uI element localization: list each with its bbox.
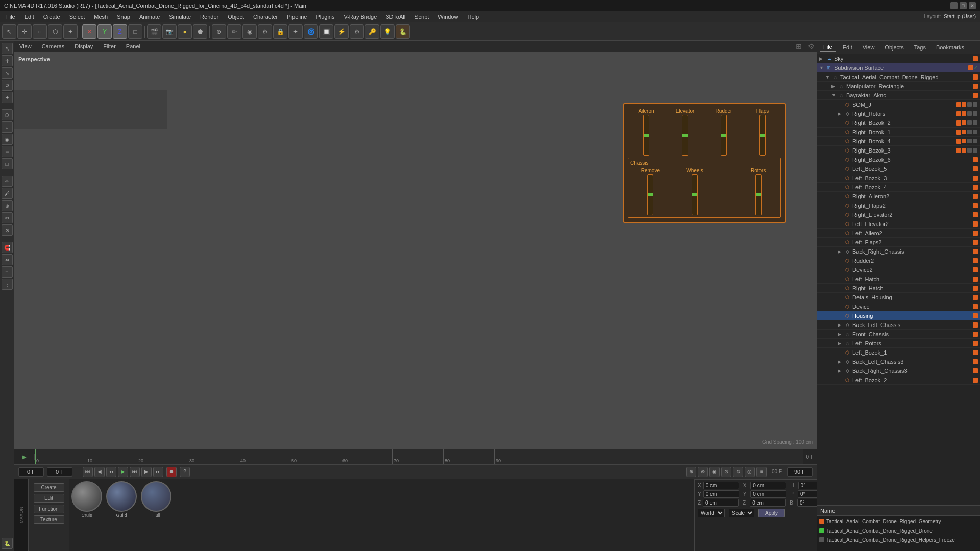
tool11[interactable]: 🔑: [365, 24, 379, 39]
obj-left-elevator2[interactable]: ▶ ⬡ Left_Elevator2: [817, 219, 980, 229]
extra-btn4[interactable]: ⊙: [721, 467, 731, 477]
tool7[interactable]: 🌀: [304, 24, 318, 39]
prev-frame-btn[interactable]: ◀: [94, 467, 105, 477]
obj-manip[interactable]: ▶ ◇ Manipulator_Rectangle: [817, 82, 980, 91]
extra-btn3[interactable]: ◉: [709, 467, 720, 477]
tool10[interactable]: ⚙: [350, 24, 364, 39]
lt-sculpt[interactable]: ⊕: [2, 200, 13, 211]
size-mode-select[interactable]: Scale Size: [729, 509, 754, 517]
pos-z-field[interactable]: [703, 499, 739, 507]
viewport[interactable]: 1 X Y Z: [14, 52, 817, 449]
mat-texture-btn[interactable]: Texture: [34, 515, 64, 524]
light-btn[interactable]: ●: [178, 24, 192, 39]
menu-3dtoall[interactable]: 3DToAll: [382, 13, 409, 21]
menu-select[interactable]: Select: [65, 13, 89, 21]
tool12[interactable]: 💡: [380, 24, 395, 39]
lt-scale[interactable]: ⤡: [2, 67, 13, 79]
mat-sphere-hull[interactable]: [141, 481, 172, 512]
mat-create-btn[interactable]: Create: [34, 483, 64, 492]
fps-display[interactable]: 90 F: [787, 467, 813, 477]
blc-arrow[interactable]: ▶: [838, 322, 843, 328]
obj-right-hatch[interactable]: ▶ ⬡ Right_Hatch: [817, 284, 980, 293]
obj-housing[interactable]: ▶ ⬡ Housing: [817, 311, 980, 320]
menu-animate[interactable]: Animate: [135, 13, 164, 21]
obj-right-bozok6[interactable]: ▶ ⬡ Right_Bozok_6: [817, 155, 980, 164]
vp-panel-btn[interactable]: Panel: [123, 42, 143, 51]
camera-btn[interactable]: 📷: [162, 24, 177, 39]
help-btn[interactable]: ?: [180, 467, 190, 477]
tool2[interactable]: ✏: [227, 24, 241, 39]
playhead[interactable]: [35, 449, 36, 464]
obj-somj[interactable]: ▶ ⬡ SOM_J: [817, 100, 980, 109]
menu-help[interactable]: Help: [463, 13, 483, 21]
tool8[interactable]: 🔲: [319, 24, 333, 39]
apply-btn[interactable]: Apply: [758, 509, 785, 517]
tab-edit[interactable]: Edit: [840, 43, 855, 52]
lt-tool5[interactable]: ✦: [2, 92, 13, 103]
tool4[interactable]: ⚙: [258, 24, 272, 39]
obj-left-bozok2[interactable]: ▶ ⬡ Left_Bozok_2: [817, 375, 980, 385]
lt-mirror[interactable]: ⇔: [2, 254, 13, 265]
extra-btn2[interactable]: ⊗: [698, 467, 708, 477]
circle-tool[interactable]: ○: [33, 24, 47, 39]
lr-arrow[interactable]: ▶: [838, 341, 843, 346]
obj-back-left-chassis[interactable]: ▶ ◇ Back_Left_Chassis: [817, 320, 980, 330]
obj-device[interactable]: ▶ ⬡ Device: [817, 302, 980, 311]
brc-arrow[interactable]: ▶: [838, 249, 843, 254]
lt-array[interactable]: ⋮: [2, 279, 13, 290]
menu-window[interactable]: Window: [434, 13, 462, 21]
pos-x-field[interactable]: [703, 482, 739, 489]
coord-mode-select[interactable]: World Object: [698, 509, 725, 517]
play-btn[interactable]: ▶: [118, 467, 128, 477]
menu-render[interactable]: Render: [196, 13, 223, 21]
vp-expand-btn[interactable]: ⊞: [796, 42, 802, 51]
record-btn[interactable]: ⏺: [166, 467, 177, 477]
obj-back-right-chassis[interactable]: ▶ ◇ Back_Right_Chassis: [817, 247, 980, 256]
rot-y-field[interactable]: [750, 490, 786, 498]
obj-right-aileron2[interactable]: ▶ ⬡ Right_Aileron2: [817, 192, 980, 201]
lt-align[interactable]: ≡: [2, 266, 13, 278]
lt-knife[interactable]: ✂: [2, 212, 13, 223]
obj-left-bozok3[interactable]: ▶ ⬡ Left_Bozok_3: [817, 173, 980, 183]
obj-right-bozok3[interactable]: ▶ ⬡ Right_Bozok_3: [817, 146, 980, 155]
name-item1[interactable]: Tactical_Aerial_Combat_Drone_Rigged_Geom…: [817, 516, 980, 545]
close-btn[interactable]: ✕: [969, 2, 976, 9]
vp-view-btn[interactable]: View: [16, 42, 35, 51]
timeline[interactable]: ▶ 0 10 20 30 40 50 60 70 80 90 0 F: [14, 449, 817, 465]
menu-simulate[interactable]: Simulate: [165, 13, 195, 21]
rot-z-field[interactable]: [750, 499, 786, 507]
menu-vray[interactable]: V-Ray Bridge: [339, 13, 381, 21]
frame-display[interactable]: 0 F: [47, 467, 72, 477]
bayraktar-arrow[interactable]: ▼: [831, 93, 837, 98]
lt-poly[interactable]: □: [2, 158, 13, 169]
timeline-track[interactable]: 0 10 20 30 40 50 60 70 80 90: [35, 449, 803, 464]
tab-objects[interactable]: Objects: [881, 43, 906, 52]
star-tool[interactable]: ✦: [63, 24, 78, 39]
poly-btn[interactable]: ⬟: [193, 24, 207, 39]
x-axis-btn[interactable]: ✕: [82, 24, 96, 39]
obj-back-left-chassis3[interactable]: ▶ ◇ Back_Left_Chassis3: [817, 357, 980, 366]
rotors-track[interactable]: [755, 174, 762, 215]
lt-weld[interactable]: ⊗: [2, 224, 13, 236]
tool5[interactable]: 🔒: [273, 24, 287, 39]
menu-script[interactable]: Script: [410, 13, 433, 21]
obj-right-elevator2[interactable]: ▶ ⬡ Right_Elevator2: [817, 210, 980, 219]
next-frame-btn[interactable]: ▶: [141, 467, 152, 477]
tab-bookmarks[interactable]: Bookmarks: [933, 43, 967, 52]
tool6[interactable]: ✦: [288, 24, 303, 39]
goto-end-btn[interactable]: ⏭: [153, 467, 163, 477]
vp-filter-btn[interactable]: Filter: [100, 42, 118, 51]
obj-device2[interactable]: ▶ ⬡ Device2: [817, 265, 980, 274]
move-tool-btn[interactable]: ↖: [2, 24, 16, 39]
menu-edit[interactable]: Edit: [20, 13, 38, 21]
y-axis-btn[interactable]: Y: [97, 24, 112, 39]
z-axis-btn[interactable]: Z: [113, 24, 127, 39]
tool3[interactable]: ◉: [242, 24, 257, 39]
obj-right-flaps2[interactable]: ▶ ⬡ Right_Flaps2: [817, 201, 980, 210]
menu-character[interactable]: Character: [249, 13, 282, 21]
sky-arrow[interactable]: ▶: [819, 56, 824, 61]
obj-right-bozok4[interactable]: ▶ ⬡ Right_Bozok_4: [817, 137, 980, 146]
obj-tactical[interactable]: ▼ ◇ Tactical_Aerial_Combat_Drone_Rigged: [817, 72, 980, 82]
mat-function-btn[interactable]: Function: [34, 505, 64, 513]
prev-key-btn[interactable]: ⏮: [106, 467, 116, 477]
